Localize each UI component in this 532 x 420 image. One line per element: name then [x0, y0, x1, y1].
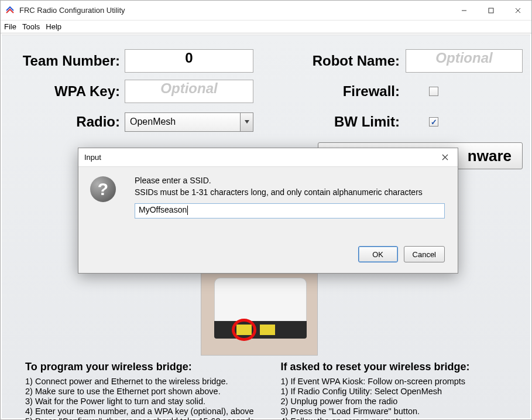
menu-help[interactable]: Help: [46, 22, 61, 31]
question-icon: ?: [90, 176, 116, 202]
form-grid: Team Number: 0 Robot Name: Optional WPA …: [2, 46, 530, 137]
instr-left-3: 3) Wait for the Power light to turn and …: [25, 397, 263, 406]
ssid-input-value: MyOffseason: [139, 205, 187, 214]
radio-image: [201, 272, 318, 356]
team-number-label: Team Number:: [2, 53, 125, 69]
ok-button[interactable]: OK: [358, 246, 398, 262]
dialog-line2: SSIDs must be 1-31 characters long, and …: [135, 187, 423, 199]
instr-right-3: 2) Unplug power from the radio: [281, 397, 519, 406]
maximize-button[interactable]: [478, 1, 504, 20]
instr-right-1: 1) If Event WPA Kiosk: Follow on-screen …: [281, 377, 519, 386]
ssid-input[interactable]: MyOffseason: [135, 203, 445, 218]
instructions-left: To program your wireless bridge: 1) Conn…: [25, 361, 263, 420]
window-title: FRC Radio Configuration Utility: [19, 6, 451, 15]
dialog-close-button[interactable]: [432, 149, 458, 166]
text-caret: [187, 206, 188, 215]
close-button[interactable]: [504, 1, 531, 20]
menu-file[interactable]: File: [4, 22, 16, 31]
wpa-key-label: WPA Key:: [2, 83, 125, 100]
instructions-left-heading: To program your wireless bridge:: [25, 361, 263, 373]
bw-limit-label: BW Limit:: [253, 114, 406, 130]
instructions-right: If asked to reset your wireless bridge: …: [263, 361, 519, 420]
ssid-input-dialog: Input ? Please enter a SSID. SSIDs must …: [78, 148, 458, 274]
wpa-key-input[interactable]: Optional: [125, 80, 253, 103]
chevron-down-icon: [240, 113, 253, 131]
title-bar: FRC Radio Configuration Utility: [1, 1, 531, 21]
instr-left-4: 4) Enter your team number, and a WPA key…: [25, 407, 263, 416]
window-buttons: [451, 1, 531, 20]
dialog-title-bar: Input: [78, 148, 458, 167]
instructions: To program your wireless bridge: 1) Conn…: [25, 361, 519, 420]
instr-right-2: 1) If Radio Config Utility: Select OpenM…: [281, 387, 519, 396]
radio-dropdown-value: OpenMesh: [130, 117, 176, 127]
instr-left-5: 5) Press "Configure", the process should…: [25, 416, 263, 420]
robot-name-label: Robot Name:: [253, 53, 406, 69]
svg-marker-4: [245, 120, 249, 124]
cancel-button[interactable]: Cancel: [404, 246, 445, 262]
radio-label: Radio:: [2, 114, 125, 130]
instr-left-2: 2) Make sure to use the Ethernet port sh…: [25, 387, 263, 396]
menu-bar: File Tools Help: [1, 21, 531, 33]
team-number-input[interactable]: 0: [125, 49, 253, 73]
firewall-checkbox[interactable]: [429, 87, 438, 96]
dialog-line1: Please enter a SSID.: [135, 175, 423, 187]
firewall-label: Firewall:: [253, 83, 406, 100]
dialog-buttons: OK Cancel: [358, 246, 445, 262]
circle-highlight-icon: [232, 319, 256, 341]
robot-name-input[interactable]: Optional: [406, 49, 523, 73]
app-window: FRC Radio Configuration Utility File Too…: [0, 0, 532, 420]
radio-dropdown[interactable]: OpenMesh: [125, 112, 253, 132]
minimize-button[interactable]: [451, 1, 478, 20]
instr-left-1: 1) Connect power and Ethernet to the wir…: [25, 377, 263, 386]
load-firmware-label: nware: [468, 147, 512, 165]
instr-right-4: 3) Press the "Load Firmware" button.: [281, 407, 519, 416]
bw-limit-checkbox[interactable]: ✓: [429, 117, 438, 127]
app-icon: [5, 6, 15, 15]
dialog-title: Input: [84, 153, 432, 162]
svg-rect-1: [489, 8, 493, 13]
dialog-message: Please enter a SSID. SSIDs must be 1-31 …: [135, 175, 423, 198]
instructions-right-heading: If asked to reset your wireless bridge:: [281, 361, 519, 373]
menu-tools[interactable]: Tools: [22, 22, 40, 31]
instr-right-5: 4) Follow the on-screen prompts.: [281, 416, 519, 420]
